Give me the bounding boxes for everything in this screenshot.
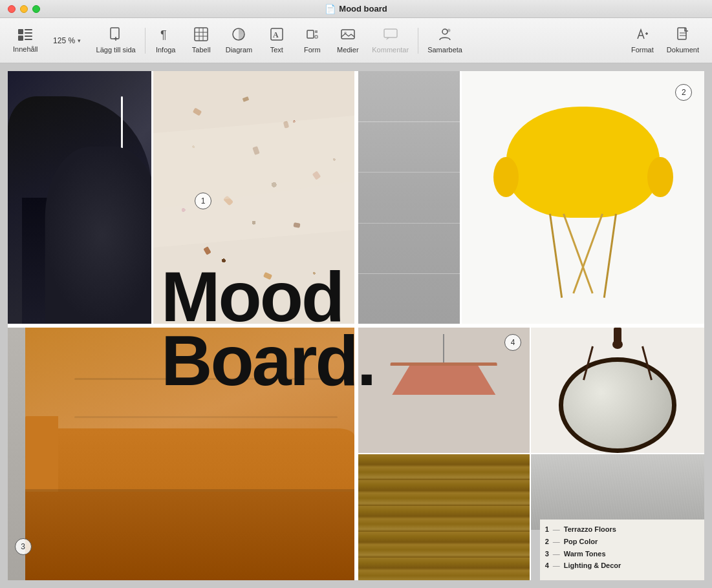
titlebar: 📄 Mood board — [0, 0, 712, 18]
image-concrete-wall[interactable] — [358, 71, 462, 324]
legend-item-4: 4 — Lighting & Decor — [545, 560, 699, 572]
title-text: Mood board — [339, 4, 387, 14]
toolbar-item-innehall[interactable]: Innehåll — [6, 24, 45, 57]
svg-rect-19 — [315, 30, 318, 33]
quadrant-bottom-right: 4 — [356, 326, 705, 580]
window-title: 📄 Mood board — [325, 4, 387, 14]
svg-text:A: A — [273, 30, 279, 39]
svg-rect-6 — [111, 28, 119, 39]
medier-icon — [341, 27, 355, 43]
samarbeta-icon — [438, 27, 452, 43]
quadrant-top-left: 1 — [8, 71, 356, 326]
svg-rect-23 — [384, 29, 397, 37]
text-label: Text — [270, 46, 283, 54]
page-badge-1: 1 — [195, 193, 211, 209]
image-sofa[interactable] — [25, 328, 354, 580]
kommentar-icon — [383, 27, 398, 43]
text-icon: A — [270, 27, 284, 43]
minimize-button[interactable] — [20, 5, 28, 13]
lagg-till-sida-label: Lägg till sida — [96, 46, 136, 54]
svg-point-25 — [448, 29, 451, 32]
close-button[interactable] — [8, 5, 16, 13]
svg-rect-18 — [307, 30, 314, 38]
svg-rect-20 — [315, 36, 318, 38]
toolbar-item-diagram[interactable]: Diagram — [219, 23, 259, 58]
tabell-icon — [194, 27, 208, 43]
svg-rect-2 — [25, 29, 32, 30]
svg-rect-0 — [18, 29, 23, 34]
toolbar-item-tabell[interactable]: Tabell — [184, 23, 219, 58]
toolbar-item-infoga[interactable]: ¶ Infoga — [148, 23, 184, 58]
svg-rect-21 — [341, 30, 354, 39]
toolbar-item-kommentar[interactable]: Kommentar — [365, 23, 415, 58]
infoga-label: Infoga — [156, 46, 176, 54]
window-controls[interactable] — [8, 5, 40, 13]
diagram-label: Diagram — [226, 46, 253, 54]
image-yellow-chair[interactable]: 2 — [462, 71, 704, 324]
page-badge-4: 4 — [504, 334, 521, 351]
separator-2 — [418, 28, 418, 54]
legend-panel: 1 — Terrazzo Floors 2 — Pop Color 3 — Wa… — [540, 520, 704, 580]
legend-item-1: 1 — Terrazzo Floors — [545, 523, 699, 536]
svg-rect-10 — [195, 28, 208, 41]
toolbar-item-zoom[interactable]: 125 % ▾ — [45, 32, 90, 49]
zoom-label: 125 % — [53, 36, 75, 45]
dokument-label: Dokument — [667, 46, 699, 54]
form-label: Form — [304, 46, 321, 54]
svg-rect-5 — [25, 39, 32, 40]
image-pendant-lamp[interactable]: 4 — [358, 328, 532, 454]
form-icon — [305, 27, 319, 43]
toolbar-item-medier[interactable]: Medier — [330, 23, 365, 58]
samarbeta-label: Samarbeta — [427, 46, 462, 54]
format-icon — [635, 27, 649, 43]
canvas-area: 1 — [0, 63, 712, 588]
toolbar-item-form[interactable]: Form — [294, 23, 330, 58]
innehall-label: Innehåll — [13, 45, 38, 53]
svg-text:¶: ¶ — [160, 28, 167, 41]
toolbar-item-lagg-till-sida[interactable]: Lägg till sida — [90, 23, 142, 58]
maximize-button[interactable] — [32, 5, 40, 13]
toolbar-item-format[interactable]: Format — [625, 23, 660, 58]
page-badge-2: 2 — [675, 84, 692, 101]
toolbar: Innehåll 125 % ▾ Lägg till sida ¶ Infoga… — [0, 18, 712, 63]
image-terrazzo[interactable] — [153, 71, 354, 324]
svg-rect-3 — [25, 32, 32, 34]
separator-1 — [145, 28, 146, 54]
svg-point-24 — [442, 29, 448, 34]
page-badge-3: 3 — [15, 538, 32, 555]
moodboard: 1 — [8, 71, 704, 580]
quadrant-top-right: 2 — [356, 71, 705, 326]
image-dark-chair[interactable] — [8, 71, 153, 324]
diagram-icon — [232, 27, 246, 43]
toolbar-item-dokument[interactable]: Dokument — [660, 23, 706, 58]
format-label: Format — [631, 46, 654, 54]
legend-item-3: 3 — Warm Tones — [545, 548, 699, 560]
infoga-icon: ¶ — [159, 27, 172, 43]
image-wood[interactable] — [358, 454, 532, 581]
zoom-arrow-icon: ▾ — [78, 37, 81, 44]
kommentar-label: Kommentar — [372, 46, 409, 54]
app-icon: 📄 — [325, 4, 336, 14]
svg-rect-1 — [18, 36, 23, 41]
svg-rect-4 — [25, 36, 32, 37]
image-mirror[interactable] — [531, 328, 704, 454]
innehall-icon — [18, 28, 32, 43]
add-page-icon — [109, 27, 123, 43]
toolbar-item-text[interactable]: A Text — [259, 23, 294, 58]
legend-item-2: 2 — Pop Color — [545, 536, 699, 548]
dokument-icon — [676, 27, 690, 43]
quadrant-bottom-left: 3 — [8, 326, 356, 580]
toolbar-item-samarbeta[interactable]: Samarbeta — [421, 23, 469, 58]
tabell-label: Tabell — [192, 46, 211, 54]
medier-label: Medier — [337, 46, 359, 54]
image-fur-legend[interactable]: 1 — Terrazzo Floors 2 — Pop Color 3 — Wa… — [531, 454, 704, 581]
